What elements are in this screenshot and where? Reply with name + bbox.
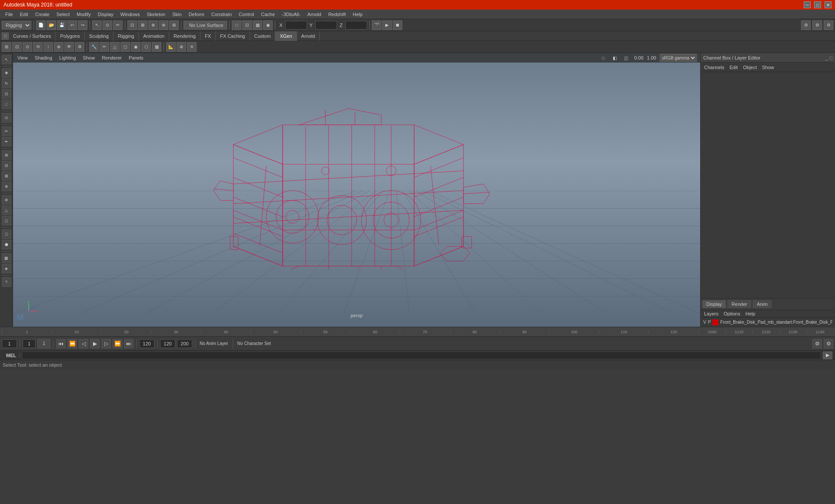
script-execute-btn[interactable]: ▶ bbox=[823, 351, 832, 359]
tab-sculpting[interactable]: Sculpting bbox=[85, 31, 114, 41]
select-btn[interactable]: ↖ bbox=[92, 20, 102, 30]
xgen-btn17[interactable]: ⊗ bbox=[177, 42, 186, 52]
mode-dropdown[interactable]: Rigging bbox=[2, 21, 31, 30]
x-input[interactable] bbox=[285, 21, 307, 30]
paint1[interactable]: ✏ bbox=[2, 126, 11, 136]
vp-menu-shading[interactable]: Shading bbox=[32, 55, 55, 60]
attr9[interactable]: ⬢ bbox=[2, 240, 11, 249]
attr1[interactable]: ⊞ bbox=[2, 150, 11, 160]
options-tab[interactable]: Options bbox=[722, 311, 742, 316]
new-btn[interactable]: 📄 bbox=[36, 20, 46, 30]
tab-polygons[interactable]: Polygons bbox=[56, 31, 84, 41]
paint-btn[interactable]: ✏ bbox=[113, 20, 123, 30]
tab-xgen[interactable]: XGen bbox=[275, 31, 297, 41]
snap3-btn[interactable]: ⊕ bbox=[148, 20, 158, 30]
minimize-button[interactable]: ─ bbox=[804, 1, 811, 8]
menu-arnold[interactable]: Arnold bbox=[304, 11, 325, 18]
menu-deform[interactable]: Deform bbox=[185, 11, 208, 18]
vp-menu-panels[interactable]: Panels bbox=[126, 55, 146, 60]
cb-tab-object[interactable]: Object bbox=[741, 65, 758, 70]
xgen-btn8[interactable]: ⚙ bbox=[75, 42, 84, 52]
play-btn[interactable]: ▶ bbox=[90, 339, 100, 348]
render2-btn[interactable]: ▶ bbox=[382, 20, 392, 30]
current-frame-input[interactable] bbox=[2, 339, 17, 348]
scale-tool[interactable]: ⊡ bbox=[2, 89, 11, 99]
tab-rigging[interactable]: Rigging bbox=[114, 31, 139, 41]
attr5[interactable]: ⊗ bbox=[2, 195, 11, 205]
render1-btn[interactable]: 🎬 bbox=[372, 20, 381, 30]
vp-cam1[interactable]: □ bbox=[598, 53, 608, 63]
frame-start-input[interactable] bbox=[23, 339, 36, 348]
xgen-btn2[interactable]: ⊡ bbox=[12, 42, 22, 52]
show-tool[interactable]: □ bbox=[2, 99, 11, 109]
paint2[interactable]: ✒ bbox=[2, 137, 11, 146]
no-live-surface-btn[interactable]: No Live Surface bbox=[184, 21, 227, 30]
rp-tab-anim[interactable]: Anim bbox=[753, 300, 772, 308]
cam4-btn[interactable]: ◉ bbox=[263, 20, 273, 30]
menu-help[interactable]: Help bbox=[349, 11, 366, 18]
lasso-btn[interactable]: ⊙ bbox=[103, 20, 112, 30]
xgen-btn3[interactable]: ⊙ bbox=[23, 42, 32, 52]
menu-select[interactable]: Select bbox=[53, 11, 73, 18]
play-prev-frame-btn[interactable]: ◁ bbox=[79, 339, 88, 348]
attr10[interactable]: ▦ bbox=[2, 253, 11, 263]
open-btn[interactable]: 📂 bbox=[47, 20, 56, 30]
menu-file[interactable]: File bbox=[2, 11, 17, 18]
question-btn[interactable]: ? bbox=[2, 277, 11, 287]
layers-tab[interactable]: Layers bbox=[702, 311, 720, 316]
menu-display[interactable]: Display bbox=[94, 11, 117, 18]
script-input[interactable] bbox=[22, 351, 821, 359]
snap2-btn[interactable]: ⊠ bbox=[138, 20, 147, 30]
viewport[interactable]: View Shading Lighting Show Renderer Pane… bbox=[13, 53, 700, 327]
vp-menu-view[interactable]: View bbox=[15, 55, 30, 60]
menu-3dtall[interactable]: -3DtoAll- bbox=[278, 11, 304, 18]
range-start-input[interactable] bbox=[160, 339, 175, 348]
xgen-btn11[interactable]: △ bbox=[110, 42, 120, 52]
xgen-btn4[interactable]: ⟲ bbox=[33, 42, 43, 52]
tab-fx[interactable]: FX bbox=[200, 31, 216, 41]
snap4-btn[interactable]: ⊗ bbox=[159, 20, 168, 30]
cb-minimize[interactable]: _ bbox=[825, 55, 828, 60]
render3-btn[interactable]: ⏹ bbox=[393, 20, 402, 30]
vp-menu-show[interactable]: Show bbox=[80, 55, 98, 60]
vp-menu-renderer[interactable]: Renderer bbox=[99, 55, 124, 60]
undo-btn[interactable]: ↩ bbox=[67, 20, 77, 30]
y-input[interactable] bbox=[315, 21, 337, 30]
cam2-btn[interactable]: ⊡ bbox=[242, 20, 252, 30]
frame-end-input[interactable] bbox=[139, 339, 154, 348]
menu-constrain[interactable]: Constrain bbox=[208, 11, 235, 18]
menu-control[interactable]: Control bbox=[235, 11, 257, 18]
tab-custom[interactable]: Custom bbox=[250, 31, 276, 41]
play-first-btn[interactable]: ⏮ bbox=[56, 339, 66, 348]
tab-animation[interactable]: Animation bbox=[139, 31, 169, 41]
setting1-btn[interactable]: ⚙ bbox=[801, 20, 811, 30]
menu-redshift[interactable]: Redshift bbox=[325, 11, 349, 18]
attr3[interactable]: ⊠ bbox=[2, 171, 11, 181]
xgen-btn16[interactable]: 📐 bbox=[166, 42, 176, 52]
range-end-input[interactable] bbox=[177, 339, 192, 348]
xgen-btn1[interactable]: ⊞ bbox=[2, 42, 11, 52]
setting3-btn[interactable]: ⚙ bbox=[824, 20, 833, 30]
tab-arnold[interactable]: Arnold bbox=[297, 31, 320, 41]
attr4[interactable]: ⊕ bbox=[2, 182, 11, 191]
setting2-btn[interactable]: ⚙ bbox=[812, 20, 822, 30]
menu-modify[interactable]: Modify bbox=[73, 11, 94, 18]
cb-tab-edit[interactable]: Edit bbox=[728, 65, 739, 70]
rp-tab-display[interactable]: Display bbox=[702, 300, 726, 308]
tab-rendering[interactable]: Rendering bbox=[169, 31, 200, 41]
snap5-btn[interactable]: ⊞ bbox=[169, 20, 179, 30]
anim-pref-btn[interactable]: ⚙ bbox=[824, 339, 833, 348]
char-set-btn[interactable]: ⚙ bbox=[812, 339, 822, 348]
xgen-btn7[interactable]: 👁 bbox=[64, 42, 74, 52]
snap1-btn[interactable]: ⊡ bbox=[127, 20, 137, 30]
play-last-btn[interactable]: ⏭ bbox=[124, 339, 134, 348]
save-btn[interactable]: 💾 bbox=[57, 20, 67, 30]
menu-create[interactable]: Create bbox=[32, 11, 53, 18]
xgen-btn5[interactable]: ↕ bbox=[43, 42, 53, 52]
cam3-btn[interactable]: ▦ bbox=[253, 20, 262, 30]
frame-range-check[interactable]: 1 bbox=[37, 339, 50, 348]
attr6[interactable]: △ bbox=[2, 206, 11, 215]
maximize-button[interactable]: □ bbox=[814, 1, 821, 8]
menu-edit[interactable]: Edit bbox=[17, 11, 32, 18]
gamma-dropdown[interactable]: sRGB gamma bbox=[660, 54, 697, 62]
